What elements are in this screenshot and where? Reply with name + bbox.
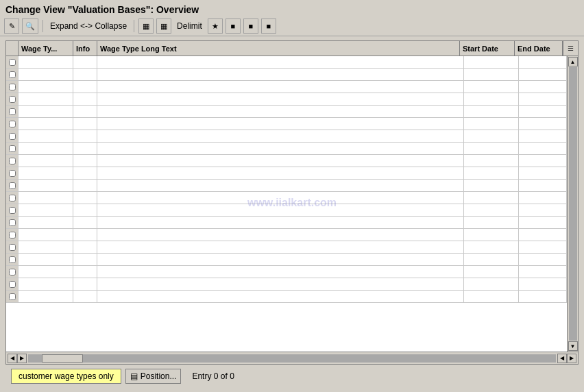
- checkbox-15[interactable]: [9, 244, 16, 251]
- toolbar-icon-3[interactable]: ■: [243, 19, 258, 34]
- edit-button[interactable]: ✎: [4, 19, 19, 34]
- row-checkbox-18[interactable]: [6, 278, 19, 290]
- scroll-track[interactable]: [569, 67, 577, 341]
- checkbox-6[interactable]: [9, 133, 16, 140]
- paste-button[interactable]: ▦: [156, 19, 171, 34]
- row-checkbox-0[interactable]: [6, 56, 19, 68]
- row-checkbox-7[interactable]: [6, 143, 19, 154]
- row-checkbox-9[interactable]: [6, 167, 19, 179]
- checkbox-16[interactable]: [9, 256, 16, 263]
- table-row[interactable]: [6, 241, 567, 254]
- checkbox-4[interactable]: [9, 108, 16, 115]
- customer-wage-types-button[interactable]: customer wage types only: [11, 369, 121, 384]
- checkbox-19[interactable]: [9, 293, 16, 300]
- row-checkbox-1[interactable]: [6, 69, 19, 80]
- col-header-info: Info: [73, 41, 97, 56]
- horizontal-scrollbar[interactable]: ◀ ▶ ◀ ▶: [6, 352, 578, 364]
- toolbar-icon-2[interactable]: ■: [226, 19, 241, 34]
- checkbox-0[interactable]: [9, 59, 16, 66]
- row-checkbox-8[interactable]: [6, 155, 19, 167]
- checkbox-2[interactable]: [9, 84, 16, 90]
- scroll-up-button[interactable]: ▲: [568, 57, 578, 66]
- table-row[interactable]: [6, 155, 567, 167]
- table-row[interactable]: [6, 167, 567, 180]
- cell-long-text-5: [97, 118, 464, 130]
- row-checkbox-13[interactable]: [6, 217, 19, 228]
- table-row[interactable]: [6, 278, 567, 291]
- checkbox-3[interactable]: [9, 96, 16, 103]
- table-row[interactable]: [6, 56, 567, 69]
- cell-wage-type-6: [19, 130, 73, 142]
- cell-wage-type-0: [19, 56, 73, 68]
- checkbox-1[interactable]: [9, 71, 16, 78]
- row-checkbox-14[interactable]: [6, 229, 19, 241]
- cell-end-date-9: [519, 167, 567, 179]
- table-row[interactable]: [6, 106, 567, 118]
- cell-wage-type-10: [19, 180, 73, 191]
- cell-wage-type-18: [19, 278, 73, 290]
- row-checkbox-6[interactable]: [6, 130, 19, 142]
- checkbox-7[interactable]: [9, 145, 16, 152]
- scroll-right-button[interactable]: ▶: [17, 354, 27, 363]
- vertical-scrollbar[interactable]: ▲ ▼: [567, 56, 578, 352]
- row-checkbox-12[interactable]: [6, 204, 19, 216]
- cell-long-text-3: [97, 93, 464, 105]
- table-row[interactable]: [6, 93, 567, 106]
- row-checkbox-15[interactable]: [6, 241, 19, 253]
- table-row[interactable]: [6, 192, 567, 204]
- table-row[interactable]: [6, 69, 567, 81]
- h-scroll-track[interactable]: [28, 354, 556, 363]
- table-row[interactable]: [6, 143, 567, 155]
- cell-info-15: [73, 241, 97, 253]
- row-checkbox-17[interactable]: [6, 266, 19, 278]
- column-settings-icon[interactable]: ☰: [563, 41, 578, 56]
- search-button[interactable]: 🔍: [22, 19, 38, 34]
- table-row[interactable]: [6, 266, 567, 278]
- table-row[interactable]: [6, 254, 567, 266]
- table-row[interactable]: [6, 118, 567, 130]
- table-row[interactable]: [6, 130, 567, 143]
- row-checkbox-19[interactable]: [6, 291, 19, 302]
- scroll-left-button[interactable]: ◀: [8, 354, 17, 363]
- checkbox-13[interactable]: [9, 219, 16, 226]
- position-button[interactable]: ▤ Position...: [125, 369, 182, 384]
- row-checkbox-2[interactable]: [6, 81, 19, 93]
- cell-end-date-4: [519, 106, 567, 117]
- row-checkbox-16[interactable]: [6, 254, 19, 265]
- expand-collapse-button[interactable]: Expand <-> Collapse: [47, 20, 130, 32]
- table-row[interactable]: [6, 180, 567, 192]
- delimit-button[interactable]: Delimit: [174, 20, 205, 32]
- table-row[interactable]: [6, 291, 567, 303]
- main-window: Change View "Valuation Bases": Overview …: [0, 0, 584, 392]
- checkbox-10[interactable]: [9, 182, 16, 189]
- h-scroll-thumb[interactable]: [42, 354, 83, 363]
- table-row[interactable]: [6, 229, 567, 241]
- scroll-down-button[interactable]: ▼: [568, 341, 578, 351]
- table-row[interactable]: [6, 217, 567, 229]
- row-checkbox-3[interactable]: [6, 93, 19, 105]
- cell-end-date-5: [519, 118, 567, 130]
- checkbox-5[interactable]: [9, 121, 16, 127]
- scroll-right-button-2[interactable]: ▶: [567, 354, 576, 363]
- table-row[interactable]: [6, 204, 567, 217]
- cell-info-1: [73, 69, 97, 80]
- toolbar-icon-4[interactable]: ■: [261, 19, 276, 34]
- cell-info-8: [73, 155, 97, 167]
- row-checkbox-4[interactable]: [6, 106, 19, 117]
- checkbox-17[interactable]: [9, 269, 16, 275]
- copy-table-button[interactable]: ▦: [138, 19, 154, 34]
- row-checkbox-10[interactable]: [6, 180, 19, 191]
- checkbox-14[interactable]: [9, 232, 16, 238]
- row-checkbox-5[interactable]: [6, 118, 19, 130]
- checkbox-8[interactable]: [9, 158, 16, 164]
- table-row[interactable]: [6, 81, 567, 93]
- toolbar-icon-1[interactable]: ★: [208, 19, 223, 34]
- checkbox-12[interactable]: [9, 207, 16, 214]
- checkbox-18[interactable]: [9, 281, 16, 288]
- checkbox-9[interactable]: [9, 170, 16, 177]
- checkbox-11[interactable]: [9, 195, 16, 201]
- cell-start-date-2: [464, 81, 519, 93]
- scroll-left-button-2[interactable]: ◀: [557, 354, 567, 363]
- row-checkbox-11[interactable]: [6, 192, 19, 204]
- cell-end-date-16: [519, 254, 567, 265]
